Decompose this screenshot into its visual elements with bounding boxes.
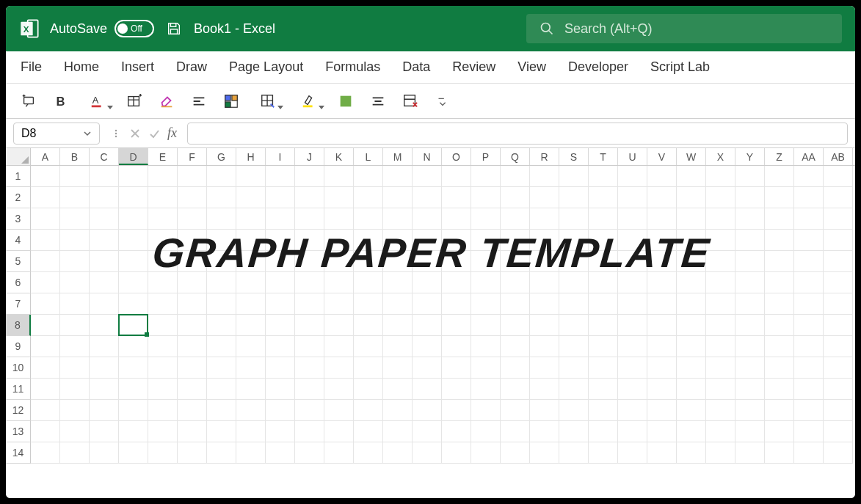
cell[interactable]: [178, 166, 207, 187]
cell[interactable]: [413, 379, 442, 400]
cell[interactable]: [60, 272, 90, 293]
cell[interactable]: [618, 421, 647, 442]
cell[interactable]: [148, 421, 178, 442]
cell[interactable]: [824, 400, 853, 421]
cell[interactable]: [324, 187, 354, 208]
cell[interactable]: [618, 357, 647, 379]
cell[interactable]: [471, 379, 501, 400]
cell[interactable]: [383, 208, 413, 230]
cell[interactable]: [31, 272, 60, 293]
cell[interactable]: [824, 357, 853, 379]
tab-view[interactable]: View: [517, 59, 546, 75]
cell[interactable]: [765, 357, 794, 379]
cell[interactable]: [501, 208, 530, 230]
tab-insert[interactable]: Insert: [121, 59, 154, 75]
cell[interactable]: [647, 315, 677, 336]
col-header-R[interactable]: R: [530, 148, 559, 165]
cell[interactable]: [559, 293, 589, 315]
cell[interactable]: [677, 166, 706, 187]
cell[interactable]: [677, 379, 706, 400]
cell[interactable]: [618, 208, 647, 230]
cell[interactable]: [501, 379, 530, 400]
cell[interactable]: [706, 357, 735, 379]
cell[interactable]: [824, 315, 853, 336]
tab-data[interactable]: Data: [402, 59, 430, 75]
row-header-6[interactable]: 6: [6, 272, 31, 293]
cell[interactable]: [413, 357, 442, 379]
cell[interactable]: [442, 187, 471, 208]
tab-draw[interactable]: Draw: [176, 59, 207, 75]
align-left-icon[interactable]: [189, 92, 208, 111]
cell[interactable]: [618, 336, 647, 357]
cell[interactable]: [207, 336, 236, 357]
cell[interactable]: [383, 379, 413, 400]
cell[interactable]: [413, 166, 442, 187]
cell[interactable]: [383, 166, 413, 187]
col-header-N[interactable]: N: [413, 148, 442, 165]
cell[interactable]: [31, 230, 60, 251]
cell[interactable]: [794, 379, 824, 400]
cell[interactable]: [31, 315, 60, 336]
cell[interactable]: [618, 400, 647, 421]
cell[interactable]: [60, 251, 90, 272]
cell[interactable]: [178, 293, 207, 315]
cell[interactable]: [530, 357, 559, 379]
cell[interactable]: [824, 336, 853, 357]
cell[interactable]: [706, 379, 735, 400]
cell[interactable]: [442, 315, 471, 336]
cell[interactable]: [501, 336, 530, 357]
conditional-format-icon[interactable]: [401, 92, 420, 111]
cell[interactable]: [765, 187, 794, 208]
col-header-W[interactable]: W: [677, 148, 706, 165]
cell[interactable]: [706, 187, 735, 208]
cell[interactable]: [442, 336, 471, 357]
cell[interactable]: [794, 336, 824, 357]
cell[interactable]: [794, 251, 824, 272]
tab-page-layout[interactable]: Page Layout: [229, 59, 303, 75]
autosave-toggle[interactable]: AutoSave Off: [50, 20, 154, 37]
col-header-Y[interactable]: Y: [735, 148, 765, 165]
overflow-menu-icon[interactable]: [433, 92, 452, 111]
cell[interactable]: [471, 166, 501, 187]
row-header-5[interactable]: 5: [6, 251, 31, 272]
cell[interactable]: [794, 166, 824, 187]
cell[interactable]: [148, 336, 178, 357]
cell[interactable]: [207, 166, 236, 187]
cell[interactable]: [530, 400, 559, 421]
cell[interactable]: [442, 293, 471, 315]
cell[interactable]: [471, 442, 501, 464]
cell[interactable]: [589, 315, 618, 336]
col-header-AB[interactable]: AB: [824, 148, 853, 165]
cell[interactable]: [60, 379, 90, 400]
cell[interactable]: [324, 421, 354, 442]
cell[interactable]: [677, 442, 706, 464]
toggle-switch[interactable]: Off: [115, 20, 154, 37]
col-header-U[interactable]: U: [618, 148, 647, 165]
col-header-I[interactable]: I: [266, 148, 295, 165]
cell[interactable]: [442, 166, 471, 187]
cell[interactable]: [735, 166, 765, 187]
cell[interactable]: [383, 293, 413, 315]
cell[interactable]: [178, 379, 207, 400]
cell[interactable]: [295, 379, 324, 400]
cell[interactable]: [383, 442, 413, 464]
cell[interactable]: [236, 187, 266, 208]
cell[interactable]: [559, 379, 589, 400]
row-header-9[interactable]: 9: [6, 336, 31, 357]
cell[interactable]: [119, 315, 148, 336]
cell[interactable]: [824, 230, 853, 251]
cell[interactable]: [647, 187, 677, 208]
cell[interactable]: [442, 357, 471, 379]
cell[interactable]: [119, 166, 148, 187]
cell[interactable]: [413, 293, 442, 315]
cell[interactable]: [178, 400, 207, 421]
cell[interactable]: [90, 251, 119, 272]
row-header-10[interactable]: 10: [6, 357, 31, 379]
cell[interactable]: [295, 357, 324, 379]
col-header-B[interactable]: B: [60, 148, 90, 165]
cell[interactable]: [207, 293, 236, 315]
col-header-T[interactable]: T: [589, 148, 618, 165]
cell[interactable]: [589, 379, 618, 400]
tab-review[interactable]: Review: [452, 59, 495, 75]
dots-icon[interactable]: [110, 128, 122, 139]
